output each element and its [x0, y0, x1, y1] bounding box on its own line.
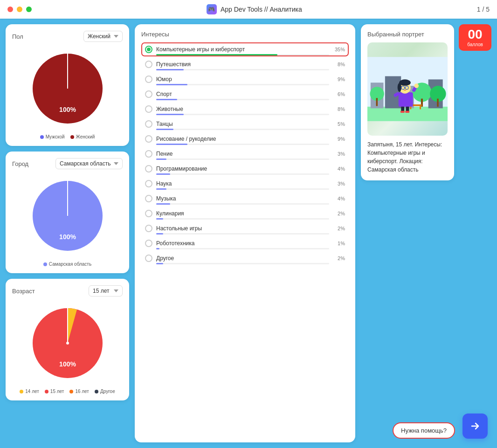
- top-right-area: Выбранный портрет: [361, 24, 491, 180]
- svg-point-35: [398, 83, 401, 92]
- interest-label-9: Наука: [156, 180, 328, 187]
- legend-label-male: Мужской: [46, 134, 65, 139]
- minimize-button[interactable]: [17, 7, 22, 12]
- interest-item-11[interactable]: Кулинария2%: [141, 207, 349, 221]
- interest-bar-14: [156, 263, 163, 264]
- interest-bar-7: [156, 159, 166, 160]
- radio-14: [145, 255, 152, 262]
- svg-point-9: [66, 342, 69, 345]
- close-button[interactable]: [7, 7, 13, 12]
- interest-percent-7: 3%: [332, 151, 345, 157]
- svg-rect-27: [400, 111, 405, 113]
- svg-point-32: [414, 83, 419, 88]
- legend-label-samara: Самарская область: [49, 262, 91, 267]
- portrait-image: [367, 42, 448, 136]
- age-label: Возраст: [12, 288, 35, 295]
- gender-header: Пол Женский Мужской: [12, 31, 123, 42]
- svg-text:100%: 100%: [59, 106, 76, 113]
- interest-item-0[interactable]: Компьютерные игры и киберспорт35%: [141, 42, 349, 56]
- interests-list: Компьютерные игры и киберспорт35%Путешес…: [141, 42, 349, 265]
- interest-percent-14: 2%: [332, 255, 345, 261]
- legend-label-other: Другое: [100, 389, 115, 394]
- legend-16: 16 лет: [69, 389, 89, 394]
- svg-rect-21: [376, 98, 378, 106]
- main-content: Пол Женский Мужской 100% Мужско: [0, 19, 497, 448]
- legend-male: Мужской: [40, 134, 65, 139]
- city-header: Город Самарская область: [12, 158, 123, 169]
- legend-14: 14 лет: [20, 389, 39, 394]
- interests-title: Интересы: [141, 31, 349, 38]
- maximize-button[interactable]: [26, 7, 32, 12]
- legend-samara: Самарская область: [43, 262, 91, 267]
- portrait-description: Запятыня, 15 лет. Интересы: Компьютерные…: [367, 140, 448, 174]
- interest-label-12: Настольные игры: [156, 225, 328, 232]
- legend-other-age: Другое: [95, 389, 115, 394]
- interest-bar-5: [156, 129, 173, 130]
- gender-legend: Мужской Женский: [40, 134, 95, 139]
- interest-label-6: Рисование / рукоделие: [156, 136, 328, 142]
- legend-label-female: Женский: [76, 134, 95, 139]
- help-button[interactable]: Нужна помощь?: [393, 422, 455, 439]
- interest-item-6[interactable]: Рисование / рукоделие9%: [141, 132, 349, 146]
- interest-bar-13: [156, 248, 159, 249]
- radio-11: [145, 210, 152, 217]
- interest-item-1[interactable]: Путешествия8%: [141, 57, 349, 71]
- window-controls: [7, 7, 32, 12]
- radio-10: [145, 195, 152, 202]
- age-card: Возраст 15 лет 14 лет 16 лет Другое: [6, 279, 129, 400]
- city-label: Город: [12, 160, 28, 167]
- city-pie-chart: 100%: [26, 174, 110, 258]
- interest-label-2: Юмор: [156, 76, 328, 83]
- interest-item-7[interactable]: Пение3%: [141, 147, 349, 161]
- interest-item-12[interactable]: Настольные игры2%: [141, 221, 349, 235]
- interest-bar-9: [156, 188, 166, 190]
- interest-label-11: Кулинария: [156, 210, 328, 217]
- title-bar: 🎮 App Dev Tools // Аналитика 1 / 5: [0, 0, 497, 19]
- interest-bar-6: [156, 144, 187, 145]
- portrait-svg: [367, 42, 448, 136]
- interest-item-8[interactable]: Программирование4%: [141, 162, 349, 176]
- score-badge: 00 баллов: [459, 24, 491, 51]
- interest-label-1: Путешествия: [156, 61, 328, 68]
- interest-percent-13: 1%: [332, 241, 345, 246]
- interest-percent-4: 8%: [332, 106, 345, 112]
- legend-female: Женский: [70, 134, 95, 139]
- interest-item-3[interactable]: Спорт6%: [141, 87, 349, 101]
- interest-percent-12: 2%: [332, 226, 345, 231]
- gender-chart-container: 100% Мужской Женский: [12, 47, 123, 139]
- interest-item-13[interactable]: Робототехника1%: [141, 236, 349, 250]
- radio-1: [145, 61, 152, 68]
- interest-percent-8: 4%: [332, 166, 345, 172]
- interest-label-3: Спорт: [156, 91, 328, 97]
- gender-select[interactable]: Женский Мужской: [83, 31, 123, 42]
- radio-6: [145, 135, 152, 143]
- interest-bar-8: [156, 173, 170, 175]
- interest-item-14[interactable]: Другое2%: [141, 251, 349, 265]
- interest-item-5[interactable]: Танцы5%: [141, 117, 349, 131]
- radio-5: [145, 120, 152, 128]
- radio-9: [145, 180, 152, 187]
- interest-item-9[interactable]: Наука3%: [141, 177, 349, 191]
- legend-label-15: 15 лет: [50, 389, 64, 394]
- city-select[interactable]: Самарская область: [55, 158, 123, 169]
- legend-dot-other: [95, 390, 98, 393]
- arrow-right-icon: [469, 420, 481, 432]
- score-label: баллов: [467, 42, 483, 47]
- legend-label-14: 14 лет: [25, 389, 39, 394]
- interests-card: Интересы Компьютерные игры и киберспорт3…: [135, 24, 355, 442]
- interest-label-4: Животные: [156, 106, 328, 112]
- next-button[interactable]: [462, 414, 488, 439]
- interest-percent-2: 9%: [332, 76, 345, 82]
- legend-dot-14: [20, 390, 23, 393]
- age-select[interactable]: 15 лет 14 лет 16 лет Другое: [89, 285, 123, 296]
- interest-item-4[interactable]: Животные8%: [141, 102, 349, 116]
- city-chart-container: 100% Самарская область: [12, 174, 123, 267]
- radio-7: [145, 150, 152, 158]
- radio-2: [145, 76, 152, 83]
- interest-bar-12: [156, 233, 163, 234]
- interest-item-10[interactable]: Музыка4%: [141, 192, 349, 206]
- interest-item-2[interactable]: Юмор9%: [141, 72, 349, 86]
- interest-percent-9: 3%: [332, 181, 345, 186]
- interest-bar-0: [156, 54, 277, 55]
- interest-label-5: Танцы: [156, 121, 328, 127]
